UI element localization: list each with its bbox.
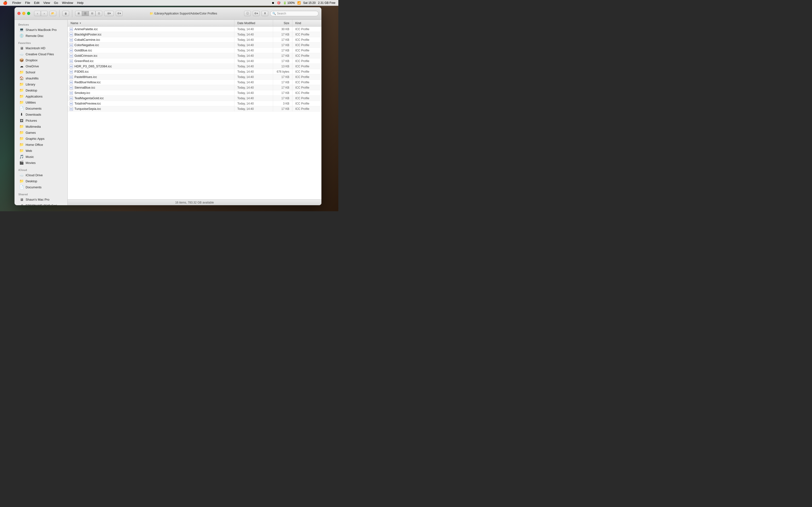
file-size: 3 KB xyxy=(273,101,292,106)
list-view-button[interactable]: ☰ xyxy=(82,11,89,16)
file-size: 13 KB xyxy=(273,64,292,69)
sidebar-item-epson[interactable]: 🖨 EPSON WF-3640 Seri... xyxy=(15,203,66,205)
table-row[interactable]: ICC CobaltCarmine.icc Today, 14:40 17 KB… xyxy=(68,37,321,43)
sidebar-item-music[interactable]: 🎵 Music xyxy=(15,154,66,160)
table-row[interactable]: ICC SiennaBlue.icc Today, 14:40 17 KB IC… xyxy=(68,85,321,90)
file-name: BlacklightPoster.icc xyxy=(74,33,101,36)
col-header-size[interactable]: Size xyxy=(273,20,292,26)
sidebar-item-games[interactable]: 📁 Games xyxy=(15,130,66,135)
trash-icon: 🗑 xyxy=(64,12,67,15)
menubar-edit[interactable]: Edit xyxy=(34,1,39,5)
sidebar-label-epson: EPSON WF-3640 Seri... xyxy=(26,204,59,206)
info-button[interactable]: ⓘ xyxy=(244,11,251,16)
sidebar-label-utilities: Utilities xyxy=(26,101,36,104)
file-modified: Today, 14:40 xyxy=(235,101,273,106)
main-content: Devices 💻 Shaun's MacBook Pro 💿 Remote D… xyxy=(14,20,321,205)
path-text: /Library/Application Support/Adobe/Color… xyxy=(154,12,217,15)
forward-button[interactable]: › xyxy=(41,11,48,16)
file-list: ICC AnimePalette.icc Today, 14:40 30 KB … xyxy=(68,26,321,200)
sidebar-item-macbook-pro[interactable]: 💻 Shaun's MacBook Pro xyxy=(15,27,66,33)
table-row[interactable]: ICC RedBlueYelllow.icc Today, 14:40 17 K… xyxy=(68,80,321,85)
file-name: P3D65.icc xyxy=(74,70,89,73)
table-row[interactable]: ICC GoldCrimson.icc Today, 14:40 17 KB I… xyxy=(68,53,321,58)
col-header-modified[interactable]: Date Modified xyxy=(235,20,273,26)
finder-window: ‹ › 📂 🗑 ⊞ ☰ ⊟ ⊡ ⊞▾ ⚙▾ 📁 /Library/Applica… xyxy=(14,7,321,205)
icc-file-icon: ICC xyxy=(69,27,73,31)
folder-action-button[interactable]: 📂 xyxy=(50,11,56,16)
mac-pro-icon: 🖥 xyxy=(19,197,24,202)
table-row[interactable]: ICC Smokey.icc Today, 14:40 17 KB ICC Pr… xyxy=(68,90,321,96)
table-row[interactable]: ICC TealMagentaGold.icc Today, 14:40 17 … xyxy=(68,96,321,101)
games-icon: 📁 xyxy=(19,130,24,135)
sidebar-item-multimedia[interactable]: 📁 Multimedia xyxy=(15,124,66,129)
table-row[interactable]: ICC GreenRed.icc Today, 14:40 17 KB ICC … xyxy=(68,58,321,64)
sidebar-label-dropbox: Dropbox xyxy=(26,58,38,62)
icc-file-icon: ICC xyxy=(69,102,73,106)
sidebar-item-school[interactable]: 📁 School xyxy=(15,69,66,75)
file-name-cell: ICC GoldBlue.icc xyxy=(68,48,235,53)
table-row[interactable]: ICC TurquoiseSepia.icc Today, 14:40 17 K… xyxy=(68,106,321,112)
icon-view-button[interactable]: ⊞ xyxy=(75,11,82,16)
menubar-go[interactable]: Go xyxy=(54,1,58,5)
minimize-button[interactable] xyxy=(22,12,26,15)
table-row[interactable]: ICC Pastel8Hues.icc Today, 14:40 17 KB I… xyxy=(68,74,321,80)
gallery-view-button[interactable]: ⊡ xyxy=(95,11,102,16)
settings-button[interactable]: ⚙▾ xyxy=(116,11,122,16)
sidebar-label-macbook: Shaun's MacBook Pro xyxy=(26,28,57,32)
search-box[interactable]: 🔍 Search xyxy=(270,11,318,16)
table-row[interactable]: ICC ColorNegative.icc Today, 14:40 17 KB… xyxy=(68,43,321,48)
delete-button[interactable]: 🗑 xyxy=(62,11,69,16)
column-view-button[interactable]: ⊟ xyxy=(89,11,95,16)
sidebar-item-icloud-documents[interactable]: 📄 Documents xyxy=(15,184,66,190)
sidebar-item-home-office[interactable]: 📁 Home Office xyxy=(15,142,66,148)
sidebar-item-downloads[interactable]: ⬇ Downloads xyxy=(15,112,66,117)
applications-icon: 📁 xyxy=(19,94,24,99)
sidebar-item-utilities[interactable]: 📁 Utilities xyxy=(15,100,66,105)
sidebar-item-remote-disc[interactable]: 💿 Remote Disc xyxy=(15,33,66,39)
file-name: CobaltCarmine.icc xyxy=(74,38,100,42)
table-row[interactable]: ICC AnimePalette.icc Today, 14:40 30 KB … xyxy=(68,26,321,32)
action-button[interactable]: ⚙▾ xyxy=(253,11,260,16)
sidebar-item-creative-cloud[interactable]: ☁️ Creative Cloud Files xyxy=(15,51,66,57)
maximize-button[interactable] xyxy=(27,12,30,15)
sidebar-item-dropbox[interactable]: 📦 Dropbox xyxy=(15,57,66,63)
table-row[interactable]: ICC GoldBlue.icc Today, 14:40 17 KB ICC … xyxy=(68,48,321,53)
file-name: AnimePalette.icc xyxy=(74,27,98,31)
sidebar-item-applications[interactable]: 📁 Applications xyxy=(15,94,66,99)
sidebar-item-web[interactable]: 📁 Web xyxy=(15,148,66,154)
sidebar-item-movies[interactable]: 🎬 Movies xyxy=(15,160,66,166)
menubar-help[interactable]: Help xyxy=(77,1,84,5)
menubar-finder[interactable]: Finder xyxy=(12,1,21,5)
sidebar-section-devices: Devices xyxy=(14,22,67,26)
sidebar-item-macintosh-hd[interactable]: 🖥 Macintosh HD xyxy=(15,45,66,51)
table-row[interactable]: ICC BlacklightPoster.icc Today, 14:40 17… xyxy=(68,32,321,37)
school-folder-icon: 📁 xyxy=(19,70,24,74)
table-row[interactable]: ICC TotalInkPreview.icc Today, 14:40 3 K… xyxy=(68,101,321,106)
col-header-name[interactable]: Name ▼ xyxy=(68,20,235,26)
icc-file-icon: ICC xyxy=(69,91,73,95)
group-by-button[interactable]: ⊞▾ xyxy=(104,11,114,16)
sidebar-item-library[interactable]: 📁 Library xyxy=(15,81,66,87)
share-button[interactable]: ⬆ xyxy=(261,11,268,16)
file-kind: ICC Profile xyxy=(292,80,321,85)
close-button[interactable] xyxy=(17,12,20,15)
table-row[interactable]: ICC HDR_P3_D65_ST2084.icc Today, 14:40 1… xyxy=(68,64,321,69)
sidebar-item-shauns-mac-pro[interactable]: 🖥 Shaun's Mac Pro xyxy=(15,196,66,202)
sidebar-item-shauhillis[interactable]: 🏠 shauhillis xyxy=(15,75,66,81)
file-name-cell: ICC TealMagentaGold.icc xyxy=(68,96,235,101)
sidebar-item-pictures[interactable]: 🖼 Pictures xyxy=(15,118,66,123)
menubar-view[interactable]: View xyxy=(43,1,50,5)
col-header-kind[interactable]: Kind xyxy=(292,20,321,26)
sidebar-item-icloud-drive[interactable]: ☁️ iCloud Drive xyxy=(15,172,66,178)
table-row[interactable]: ICC P3D65.icc Today, 14:40 676 bytes ICC… xyxy=(68,69,321,74)
sidebar-item-graphic-apps[interactable]: 📁 Graphic Apps xyxy=(15,136,66,142)
sidebar-item-icloud-desktop[interactable]: 📁 Desktop xyxy=(15,178,66,184)
menubar-window[interactable]: Window xyxy=(62,1,73,5)
sidebar-section-shared: Shared xyxy=(14,191,67,196)
sidebar-item-documents[interactable]: 📄 Documents xyxy=(15,106,66,111)
sidebar-item-onedrive[interactable]: ☁ OneDrive xyxy=(15,63,66,69)
menubar-file[interactable]: File xyxy=(25,1,30,5)
back-button[interactable]: ‹ xyxy=(34,11,41,16)
sidebar-item-desktop[interactable]: 📁 Desktop xyxy=(15,88,66,93)
apple-menu[interactable]: 🍎 xyxy=(3,1,7,5)
